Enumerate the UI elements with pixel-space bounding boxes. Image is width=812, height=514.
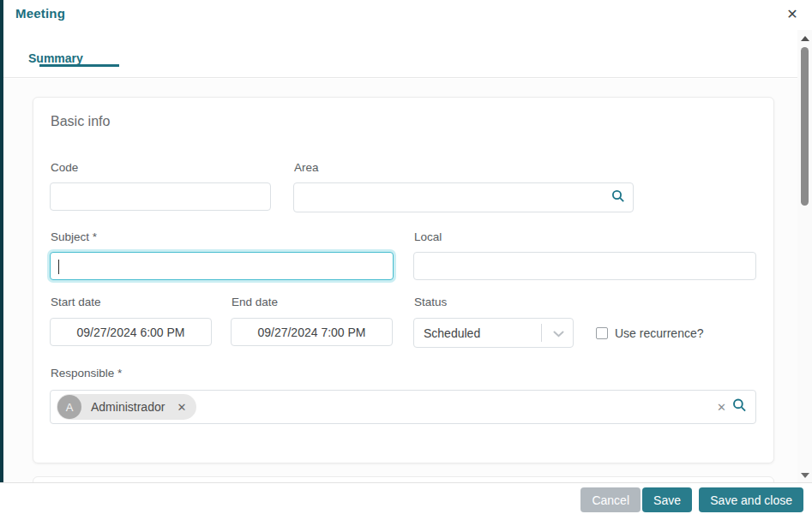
use-recurrence-checkbox[interactable] — [596, 327, 608, 339]
footer-bar: Cancel Save Save and close — [0, 482, 812, 514]
tab-summary[interactable]: Summary — [28, 51, 83, 65]
status-label: Status — [414, 296, 447, 308]
select-divider — [541, 324, 542, 342]
start-date-label: Start date — [51, 296, 101, 308]
code-input[interactable] — [50, 182, 271, 211]
search-icon[interactable] — [732, 398, 747, 416]
tab-bar: Summary — [3, 29, 812, 78]
local-label: Local — [414, 230, 442, 243]
area-label: Area — [294, 161, 319, 174]
chip-remove-icon[interactable]: ✕ — [177, 401, 186, 414]
save-button[interactable]: Save — [642, 487, 692, 512]
basic-info-card: Basic info Code Area Subject * Local Sta… — [33, 97, 774, 463]
start-date-input[interactable] — [50, 318, 212, 346]
chevron-down-icon[interactable] — [553, 326, 564, 341]
tab-summary-label: Summary — [28, 51, 83, 65]
search-icon[interactable] — [611, 189, 625, 206]
section-title: Basic info — [51, 114, 110, 129]
cancel-button[interactable]: Cancel — [580, 487, 641, 512]
text-caret — [58, 260, 59, 274]
dialog-body: Basic info Code Area Subject * Local Sta… — [3, 79, 812, 482]
responsible-field[interactable]: A Administrador ✕ ✕ — [50, 390, 756, 424]
responsible-label: Responsible * — [51, 367, 122, 380]
status-selected-value: Scheduled — [424, 326, 480, 340]
end-date-label: End date — [232, 296, 278, 308]
clear-icon[interactable]: ✕ — [717, 401, 726, 414]
subject-label: Subject * — [51, 230, 97, 243]
scroll-up-icon[interactable] — [801, 36, 809, 41]
tab-active-underline — [39, 64, 119, 67]
scroll-down-icon[interactable] — [801, 473, 809, 478]
avatar: A — [57, 395, 81, 419]
code-label: Code — [51, 161, 78, 174]
subject-input[interactable] — [50, 252, 394, 280]
use-recurrence-label: Use recurrence? — [615, 326, 704, 340]
scrollbar-thumb[interactable] — [801, 47, 809, 206]
local-input[interactable] — [413, 252, 756, 280]
dialog-header: Meeting ✕ — [3, 0, 812, 29]
dialog-title: Meeting — [15, 6, 65, 21]
end-date-input[interactable] — [231, 318, 393, 346]
chip-name: Administrador — [91, 400, 165, 414]
area-lookup-field[interactable] — [293, 182, 634, 212]
vertical-scrollbar[interactable] — [797, 30, 812, 482]
use-recurrence-row[interactable]: Use recurrence? — [596, 326, 704, 340]
responsible-chip: A Administrador ✕ — [57, 394, 196, 420]
save-and-close-button[interactable]: Save and close — [699, 487, 803, 512]
status-select[interactable]: Scheduled — [413, 318, 574, 348]
close-icon[interactable]: ✕ — [783, 5, 802, 24]
